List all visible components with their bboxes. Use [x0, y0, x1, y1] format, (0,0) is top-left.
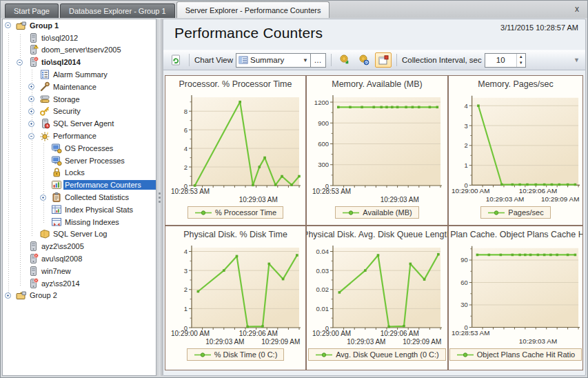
tab-database-explorer[interactable]: Database Explorer - Group 1 — [60, 3, 175, 18]
server-icon — [28, 266, 40, 277]
tree-item-doom-server-tserv2005[interactable]: doom_server\tserv2005 — [3, 44, 156, 57]
refresh-icon — [170, 54, 181, 66]
chart-title: Memory. Pages/sec — [478, 79, 554, 92]
tab-bar: Start Page Database Explorer - Group 1 S… — [1, 1, 587, 18]
tree-item-performance-counters[interactable]: Performance Counters — [3, 179, 156, 191]
expand-icon[interactable] — [28, 96, 39, 102]
chart-cell-disk-queue: Physical Disk. Avg. Disk Queue Length 00… — [307, 226, 449, 370]
svg-text:30: 30 — [460, 301, 467, 308]
svg-text:1: 1 — [464, 161, 467, 169]
collapse-icon[interactable] — [17, 59, 28, 66]
tree-item-storage[interactable]: Storage — [3, 93, 156, 106]
spin-down-icon[interactable]: ▼ — [517, 60, 525, 67]
chart-view-value: Summary — [250, 56, 300, 64]
legend-marker-icon — [487, 210, 505, 216]
performance-icon — [39, 130, 52, 141]
missing-indexes-icon — [51, 217, 63, 228]
locks-icon — [51, 167, 63, 178]
expand-icon[interactable] — [28, 121, 39, 127]
tree-item-index-physical-stats[interactable]: Index Physical Stats — [3, 203, 156, 216]
chart-title: Memory. Available (MB) — [332, 79, 423, 92]
main-panel: Performance Counters 3/11/2015 10:28:57 … — [163, 19, 586, 376]
tree-item-collected-statistics[interactable]: Collected Statistics — [3, 191, 156, 203]
tree-item-avu-sql2008[interactable]: avu\sql2008 — [3, 252, 156, 265]
svg-text:300: 300 — [318, 161, 329, 168]
tree-item-group-1[interactable]: Group 1 — [3, 19, 156, 32]
interval-label: Collection Interval, sec — [402, 56, 482, 64]
tree-item-performance[interactable]: Performance — [3, 130, 156, 142]
svg-text:10:28:53 AM: 10:28:53 AM — [452, 329, 489, 337]
panel-splitter[interactable] — [156, 19, 163, 376]
tree-item-label: Group 2 — [28, 290, 60, 300]
spin-up-icon[interactable]: ▲ — [517, 54, 525, 61]
chart-view-label: Chart View — [194, 56, 233, 64]
svg-text:4: 4 — [183, 145, 187, 152]
refresh-button[interactable] — [168, 52, 184, 68]
expand-icon[interactable] — [40, 195, 51, 201]
svg-text:2: 2 — [183, 286, 187, 293]
chart-legend: Pages/sec — [480, 206, 550, 219]
chart-legend: % Processor Time — [187, 206, 283, 219]
collapse-icon[interactable] — [5, 22, 16, 28]
tree-item-label: Performance — [52, 131, 99, 141]
svg-text:90: 90 — [460, 256, 467, 263]
server-icon — [28, 253, 40, 264]
chart-legend: Object Plans Cache Hit Ratio — [449, 348, 582, 361]
interval-stepper[interactable]: 10 ▲ ▼ — [485, 53, 526, 68]
tree-item-server-processes[interactable]: Server Processes — [3, 155, 156, 167]
tree-item-security[interactable]: Security — [3, 106, 156, 118]
tree-item-ayz2-ss2005[interactable]: ayz2\ss2005 — [3, 240, 156, 252]
legend-marker-icon — [194, 352, 212, 358]
collapse-icon[interactable] — [28, 133, 39, 139]
svg-text:10:29:03 AM: 10:29:03 AM — [486, 195, 524, 203]
svg-text:0.01: 0.01 — [316, 305, 330, 312]
main-header: Performance Counters 3/11/2015 10:28:57 … — [163, 19, 585, 50]
tree-item-tio-sql2012[interactable]: tio\sql2012 — [3, 32, 156, 44]
tree-item-label: Missing Indexes — [63, 217, 122, 227]
coins-cycle-icon — [358, 54, 369, 66]
more-options-button[interactable]: … — [310, 54, 325, 67]
chart-title: Physical Disk. Avg. Disk Queue Length — [307, 230, 447, 242]
group-folder-icon — [16, 290, 28, 301]
coins-down-icon — [339, 54, 350, 66]
tree-item-maintenance[interactable]: Maintenance — [3, 81, 156, 93]
svg-text:10:29:03 AM: 10:29:03 AM — [381, 196, 419, 203]
tree-item-tio-sql2014[interactable]: tio\sql2014 — [3, 56, 156, 68]
coins-cycle-button[interactable] — [356, 52, 372, 68]
chart-cell-memory-pages: Memory. Pages/sec 0123410:29:00 AM10:29:… — [449, 76, 582, 226]
chart-view-select[interactable]: Summary ▼ … — [236, 53, 326, 68]
tree-item-label: Performance Counters — [63, 180, 156, 190]
chevron-down-icon[interactable]: ▼ — [300, 57, 310, 63]
expand-icon[interactable] — [5, 292, 16, 299]
tree-item-win7new[interactable]: win7new — [3, 265, 156, 277]
chart-cell-processor-time: Processor. % Processor Time 0246810:28:5… — [165, 76, 307, 226]
storage-icon — [39, 94, 52, 105]
tree-item-os-processes[interactable]: OS Processes — [3, 142, 156, 155]
svg-text:4: 4 — [464, 102, 467, 110]
security-icon — [39, 106, 52, 117]
tree-item-alarm-summary[interactable]: Alarm Summary — [3, 68, 156, 81]
expand-icon[interactable] — [28, 108, 39, 115]
tree-item-ayz-ss2014[interactable]: ayz\ss2014 — [3, 277, 156, 290]
svg-text:1200: 1200 — [314, 99, 329, 106]
tree-item-locks[interactable]: Locks — [3, 167, 156, 179]
tree-item-missing-indexes[interactable]: Missing Indexes — [3, 216, 156, 228]
alarm-summary-icon — [39, 69, 52, 80]
tree-item-sql-server-log[interactable]: SQL Server Log — [3, 228, 156, 241]
server-icon — [28, 44, 40, 55]
coins-down-button[interactable] — [336, 52, 353, 68]
toolbar-overflow-icon[interactable]: ▼ — [574, 57, 581, 63]
expand-icon[interactable] — [28, 83, 39, 90]
detach-window-icon — [378, 55, 389, 66]
svg-text:10:29:09 AM: 10:29:09 AM — [261, 338, 300, 346]
svg-text:10:29:06 AM: 10:29:06 AM — [381, 330, 419, 337]
toolbar: Chart View Summary ▼ … — [163, 50, 585, 70]
tab-start-page[interactable]: Start Page — [5, 3, 59, 18]
close-icon[interactable]: x — [572, 4, 582, 14]
tree-item-label: avu\sql2008 — [40, 254, 85, 263]
detach-window-toggle[interactable] — [375, 52, 392, 68]
tree-item-group-2[interactable]: Group 2 — [3, 290, 156, 302]
tree-item-sql-server-agent[interactable]: SQL Server Agent — [3, 117, 156, 130]
tab-server-explorer[interactable]: Server Explorer - Performance Counters — [176, 1, 330, 18]
timestamp: 3/11/2015 10:28:57 AM — [500, 23, 578, 32]
